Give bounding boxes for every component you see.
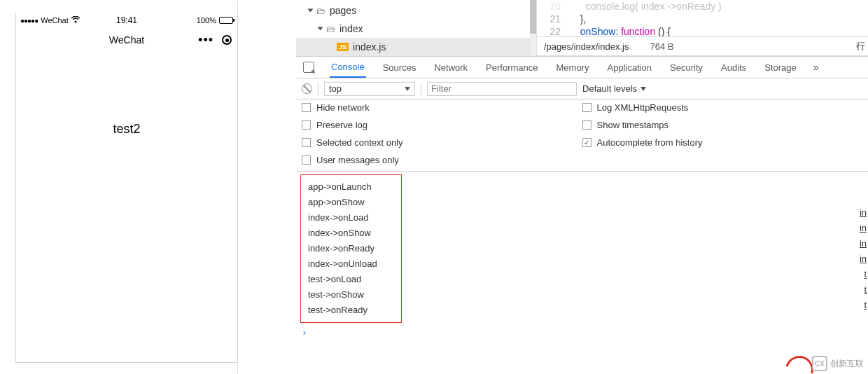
tree-folder-index[interactable]: 🗁 index	[296, 20, 536, 38]
tab-application[interactable]: Application	[606, 57, 653, 78]
watermark: CX 创新互联	[812, 356, 864, 371]
console-prompt[interactable]: ›	[296, 326, 868, 339]
clear-console-icon[interactable]	[302, 83, 312, 94]
status-bar-right: 100%	[197, 16, 233, 25]
filter-input[interactable]	[427, 82, 577, 96]
tab-network[interactable]: Network	[433, 57, 469, 78]
checkbox-icon[interactable]	[302, 138, 311, 147]
console-line: app->onShow	[308, 195, 394, 210]
opt-log-xhr[interactable]: Log XMLHttpRequests	[582, 102, 863, 113]
options-right-col: Log XMLHttpRequests Show timestamps Auto…	[582, 102, 863, 165]
devtools-panel: Console Sources Network Performance Memo…	[296, 56, 868, 374]
editor-size: 764 B	[650, 41, 673, 52]
tab-memory[interactable]: Memory	[555, 57, 591, 78]
opt-selected-context[interactable]: Selected context only	[302, 137, 582, 148]
console-line: index->onUnload	[308, 256, 394, 272]
file-tree: 🗁 pages 🗁 index JS index.js	[296, 0, 537, 56]
tree-label: index	[340, 23, 363, 34]
expand-icon	[308, 9, 314, 13]
source-link[interactable]: in	[860, 221, 867, 236]
page-content: test2	[16, 52, 237, 137]
status-bar-left: ●●●●● WeChat	[20, 16, 80, 25]
line-number: 21	[537, 13, 575, 25]
source-link[interactable]: t	[860, 298, 867, 313]
folder-icon: 🗁	[316, 6, 326, 16]
tabs-overflow-icon[interactable]: »	[813, 62, 819, 73]
console-line: test->onLoad	[308, 272, 394, 287]
editor-footer: /pages/index/index.js 764 B 行	[537, 36, 868, 56]
code-editor[interactable]: 20 console.log( index ->onReady ) 21 }, …	[537, 0, 868, 36]
levels-label: Default levels	[582, 83, 637, 94]
tab-console[interactable]: Console	[330, 57, 366, 78]
inspect-icon[interactable]	[303, 62, 314, 73]
nav-bar: WeChat •••	[16, 28, 237, 52]
console-options: Hide network Preserve log Selected conte…	[296, 99, 868, 172]
console-output: app->onLaunch app->onShow index->onLoad …	[296, 172, 868, 326]
console-line: test->onShow	[308, 287, 394, 303]
checkbox-icon[interactable]	[582, 138, 592, 147]
tree-label: index.js	[353, 41, 386, 53]
page-text: test2	[113, 122, 140, 136]
opt-show-timestamps[interactable]: Show timestamps	[582, 120, 863, 130]
wifi-icon	[71, 16, 80, 25]
status-time: 19:41	[116, 15, 137, 25]
nav-title: WeChat	[109, 34, 144, 46]
tab-audits[interactable]: Audits	[720, 57, 748, 78]
editor-panel: 🗁 pages 🗁 index JS index.js 20 console.l…	[296, 0, 868, 56]
context-select[interactable]: top	[324, 82, 415, 96]
console-line: app->onLaunch	[308, 179, 394, 195]
opt-autocomplete[interactable]: Autocomplete from history	[582, 137, 863, 148]
line-number: 20	[537, 0, 575, 13]
levels-select[interactable]: Default levels	[582, 83, 646, 94]
checkbox-icon[interactable]	[302, 155, 311, 165]
nav-right: •••	[198, 33, 232, 48]
line-number: 22	[537, 25, 575, 36]
watermark-badge: CX	[812, 356, 827, 371]
checkbox-icon[interactable]	[582, 103, 592, 112]
editor-path: /pages/index/index.js	[544, 41, 629, 52]
source-link[interactable]: t	[860, 282, 867, 298]
source-link[interactable]: in	[860, 205, 867, 221]
context-label: top	[329, 83, 342, 94]
console-line: test->onReady	[308, 303, 394, 318]
console-line: index->onLoad	[308, 210, 394, 226]
chevron-down-icon	[640, 87, 646, 91]
target-icon[interactable]	[222, 35, 232, 45]
opt-preserve-log[interactable]: Preserve log	[302, 120, 582, 130]
opt-hide-network[interactable]: Hide network	[302, 102, 582, 113]
js-file-icon: JS	[337, 43, 349, 51]
options-left-col: Hide network Preserve log Selected conte…	[302, 102, 582, 165]
chevron-down-icon	[405, 87, 410, 91]
tree-folder-pages[interactable]: 🗁 pages	[296, 1, 536, 20]
checkbox-icon[interactable]	[302, 120, 311, 130]
checkbox-icon[interactable]	[302, 103, 311, 112]
carrier-label: WeChat	[41, 16, 69, 25]
console-highlight-box: app->onLaunch app->onShow index->onLoad …	[300, 174, 402, 323]
checkbox-icon[interactable]	[582, 120, 592, 130]
watermark-text: 创新互联	[830, 358, 864, 370]
tree-scrollbar[interactable]	[530, 0, 536, 56]
tree-label: pages	[330, 5, 356, 16]
tree-file-indexjs[interactable]: JS index.js	[296, 38, 536, 56]
source-link[interactable]: t	[860, 267, 867, 282]
opt-user-messages[interactable]: User messages only	[302, 155, 582, 165]
phone-frame: ●●●●● WeChat 19:41 100% WeChat ••• test2	[15, 13, 238, 363]
signal-dots-icon: ●●●●●	[20, 17, 38, 25]
divider	[421, 83, 421, 95]
tab-sources[interactable]: Sources	[382, 57, 418, 78]
tab-security[interactable]: Security	[668, 57, 704, 78]
console-toolbar: top Default levels	[296, 78, 868, 99]
battery-icon	[219, 17, 233, 24]
tab-storage[interactable]: Storage	[763, 57, 798, 78]
phone-simulator: ●●●●● WeChat 19:41 100% WeChat ••• test2	[15, 0, 238, 374]
more-icon[interactable]: •••	[198, 33, 214, 48]
console-source-links: in in in in t t t	[860, 174, 867, 313]
console-line: index->onReady	[308, 241, 394, 256]
source-link[interactable]: in	[860, 236, 867, 251]
battery-percent: 100%	[197, 16, 216, 25]
source-link[interactable]: in	[860, 251, 867, 267]
status-bar: ●●●●● WeChat 19:41 100%	[16, 13, 237, 28]
devtools-tabs: Console Sources Network Performance Memo…	[296, 57, 868, 78]
svg-point-0	[75, 21, 76, 22]
tab-performance[interactable]: Performance	[484, 57, 539, 78]
